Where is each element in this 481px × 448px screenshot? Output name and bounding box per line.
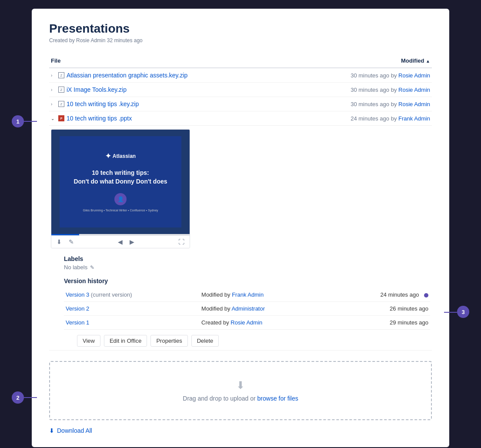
version-timestamp: 26 minutes ago bbox=[330, 302, 430, 316]
slide-preview: ✦ Atlassian 10 tech writing tips: Don't … bbox=[51, 130, 190, 234]
user-link[interactable]: Frank Admin bbox=[398, 115, 430, 122]
file-link[interactable]: iX Image Tools.key.zip bbox=[67, 86, 127, 93]
action-buttons: View Edit in Office Properties Delete bbox=[77, 335, 430, 347]
upload-text: Drag and drop to upload or bbox=[183, 395, 255, 402]
version-row: Version 3 (current version) Modified by … bbox=[64, 288, 430, 302]
view-button[interactable]: View bbox=[77, 335, 100, 347]
labels-title: Labels bbox=[64, 255, 430, 262]
modified-cell: 30 minutes ago by Rosie Admin bbox=[290, 97, 432, 111]
fullscreen-icon[interactable]: ⛶ bbox=[178, 238, 184, 245]
version-link[interactable]: Version 1 bbox=[66, 319, 89, 326]
version-history-title: Version history bbox=[64, 277, 430, 284]
callout-1: 1 bbox=[12, 115, 24, 127]
user-link[interactable]: Rosie Admin bbox=[398, 87, 430, 93]
chevron-icon[interactable]: › bbox=[51, 73, 56, 78]
upload-area[interactable]: ⬇ Drag and drop to upload or browse for … bbox=[49, 361, 432, 420]
next-icon[interactable]: ▶ bbox=[130, 238, 134, 245]
progress-bar bbox=[51, 234, 190, 235]
download-all-button[interactable]: ⬇ Download All bbox=[49, 427, 432, 434]
col-file-header: File bbox=[49, 54, 290, 68]
download-icon[interactable]: ⬇ bbox=[57, 238, 62, 245]
version-link[interactable]: Version 3 bbox=[66, 291, 89, 298]
file-link[interactable]: 10 tech writing tips .key.zip bbox=[67, 100, 139, 107]
file-table: File Modified ▲ › Z Atlassian presentati… bbox=[49, 54, 432, 351]
slide-footer: Giles Brunning • Technical Writer • Conf… bbox=[83, 209, 158, 212]
edit-icon[interactable]: ✎ bbox=[69, 238, 74, 245]
callout-3: 3 bbox=[457, 306, 469, 318]
version-timestamp: 29 minutes ago bbox=[330, 316, 430, 330]
chevron-down-icon[interactable]: ⌄ bbox=[51, 116, 56, 121]
prev-icon[interactable]: ◀ bbox=[118, 238, 123, 245]
slide-title: 10 tech writing tips: Don't do what Donn… bbox=[73, 169, 167, 186]
expanded-row: ✦ Atlassian 10 tech writing tips: Don't … bbox=[49, 126, 432, 351]
modified-cell: 30 minutes ago by Rosie Admin bbox=[290, 83, 432, 97]
labels-section: Labels No labels ✎ bbox=[64, 255, 430, 271]
version-link[interactable]: Version 2 bbox=[66, 305, 89, 312]
user-link[interactable]: Rosie Admin bbox=[398, 72, 430, 79]
browse-link[interactable]: browse for files bbox=[257, 395, 298, 402]
zip-icon: Z bbox=[58, 86, 65, 93]
file-link[interactable]: 10 tech writing tips .pptx bbox=[67, 115, 132, 122]
version-row: Version 2 Modified by Administrator 26 m… bbox=[64, 302, 430, 316]
pptx-icon: P bbox=[58, 115, 65, 122]
modified-cell: 24 minutes ago by Frank Admin bbox=[290, 111, 432, 126]
version-table: Version 3 (current version) Modified by … bbox=[64, 288, 430, 330]
version-history-section: Version history Version 3 (current versi… bbox=[64, 277, 430, 347]
table-row: › Z iX Image Tools.key.zip 30 minutes ag… bbox=[49, 83, 432, 97]
table-row: ⌄ P 10 tech writing tips .pptx 24 minute… bbox=[49, 111, 432, 126]
page-subtitle: Created by Rosie Admin 32 minutes ago bbox=[49, 37, 432, 43]
download-all-icon: ⬇ bbox=[49, 427, 54, 434]
chevron-icon[interactable]: › bbox=[51, 87, 56, 92]
upload-arrow-icon: ⬇ bbox=[59, 379, 422, 391]
properties-button[interactable]: Properties bbox=[150, 335, 187, 347]
user-link[interactable]: Frank Admin bbox=[232, 291, 264, 298]
zip-icon: Z bbox=[58, 100, 65, 107]
user-link[interactable]: Rosie Admin bbox=[230, 319, 262, 326]
page-title: Presentations bbox=[49, 22, 432, 36]
table-row: › Z Atlassian presentation graphic asset… bbox=[49, 68, 432, 83]
zip-icon: Z bbox=[58, 72, 65, 79]
download-all-label: Download All bbox=[57, 427, 92, 434]
table-row: › Z 10 tech writing tips .key.zip 30 min… bbox=[49, 97, 432, 111]
slide-logo: ✦ Atlassian bbox=[105, 152, 136, 160]
labels-value: No labels ✎ bbox=[64, 264, 430, 271]
version-row: Version 1 Created by Rosie Admin 29 minu… bbox=[64, 316, 430, 330]
file-link[interactable]: Atlassian presentation graphic assets.ke… bbox=[67, 72, 187, 79]
preview-toolbar: ⬇ ✎ ◀ ▶ ⛶ bbox=[51, 235, 190, 248]
modified-cell: 30 minutes ago by Rosie Admin bbox=[290, 68, 432, 83]
delete-button[interactable]: Delete bbox=[191, 335, 219, 347]
edit-labels-icon[interactable]: ✎ bbox=[90, 264, 94, 271]
user-link[interactable]: Rosie Admin bbox=[398, 101, 430, 107]
avatar: 👤 bbox=[114, 193, 127, 205]
preview-card: ✦ Atlassian 10 tech writing tips: Don't … bbox=[51, 129, 190, 248]
edit-in-office-button[interactable]: Edit in Office bbox=[104, 335, 147, 347]
chevron-icon[interactable]: › bbox=[51, 102, 56, 107]
col-modified-header: Modified ▲ bbox=[290, 54, 432, 68]
version-timestamp: 24 minutes ago bbox=[330, 288, 430, 302]
callout-2: 2 bbox=[12, 391, 24, 404]
user-link[interactable]: Administrator bbox=[231, 305, 265, 312]
